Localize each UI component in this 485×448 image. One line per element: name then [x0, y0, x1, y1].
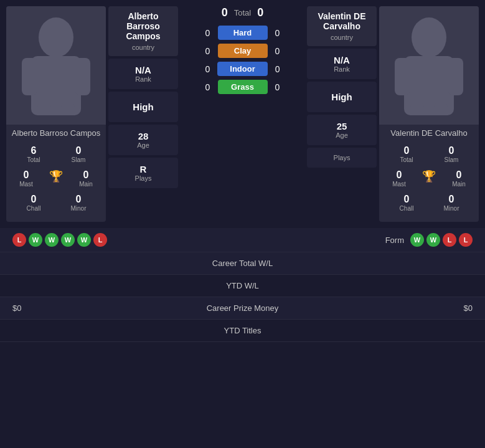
- right-total-stat: 0 Total: [388, 143, 425, 166]
- svg-rect-3: [75, 58, 90, 95]
- left-name-country: Alberto Barroso Campos country: [108, 6, 178, 56]
- form-label: Form: [385, 236, 404, 245]
- right-rank-value: N/A: [313, 55, 370, 65]
- right-stat-row-3: 0 Chall 0 Minor: [384, 191, 474, 214]
- right-name-country: Valentin DE Carvalho country: [307, 6, 377, 46]
- main-container: Alberto Barroso Campos 6 Total 0 Slam: [0, 0, 485, 342]
- right-stat-row-2: 0 Mast 🏆 0 Main: [384, 167, 474, 190]
- right-rank-label: Rank: [313, 65, 370, 73]
- right-form-badges: WWLL: [410, 233, 473, 247]
- total-row: 0 Total 0: [222, 6, 264, 19]
- grass-row: 0 Grass 0: [183, 80, 302, 94]
- surface-rows: 0 Hard 0 0 Clay 0 0 Indoor 0 0 Grass: [183, 26, 302, 94]
- bottom-stat-row-0: Career Total W/L: [0, 252, 485, 275]
- svg-rect-9: [448, 58, 463, 95]
- left-silhouette: [19, 16, 93, 115]
- right-age-value: 25: [313, 121, 370, 131]
- right-photo-img: [379, 6, 479, 125]
- left-form-badges: LWWWWL: [12, 233, 107, 247]
- form-badge: W: [77, 233, 91, 247]
- trophy-icon-right: 🏆: [422, 169, 436, 183]
- right-age-block: 25 Age: [307, 115, 377, 145]
- left-slam-stat: 0 Slam: [60, 143, 97, 166]
- hard-right: 0: [273, 28, 283, 38]
- left-minor-stat: 0 Minor: [60, 191, 97, 214]
- left-age-label: Age: [115, 141, 172, 149]
- left-rank-label: Rank: [115, 75, 172, 83]
- right-stats: 0 Total 0 Slam 0 Mast: [379, 141, 479, 216]
- right-country: country: [312, 34, 372, 41]
- indoor-btn[interactable]: Indoor: [217, 62, 267, 76]
- left-high-block: High: [108, 92, 178, 122]
- form-section: LWWWWL Form WWLL: [0, 228, 485, 252]
- svg-rect-4: [37, 103, 51, 115]
- total-left-score: 0: [222, 6, 228, 19]
- svg-rect-2: [22, 58, 37, 95]
- left-age-value: 28: [115, 131, 172, 141]
- left-full-name: Alberto Barroso Campos: [113, 11, 173, 41]
- right-silhouette: [392, 16, 466, 115]
- left-age-block: 28 Age: [108, 125, 178, 155]
- form-badge: W: [426, 233, 440, 247]
- left-chall-stat: 0 Chall: [15, 191, 52, 214]
- grass-right: 0: [273, 82, 283, 92]
- left-rank-block: N/A Rank: [108, 59, 178, 89]
- svg-point-0: [39, 17, 73, 57]
- bottom-stat-label-1: YTD W/L: [62, 281, 423, 290]
- hard-btn[interactable]: Hard: [218, 26, 268, 40]
- right-high-value: High: [313, 92, 370, 102]
- bottom-rows: Career Total W/LYTD W/L$0Career Prize Mo…: [0, 252, 485, 342]
- left-plays-block: R Plays: [108, 158, 178, 188]
- trophy-icon-left: 🏆: [49, 169, 63, 183]
- clay-row: 0 Clay 0: [183, 44, 302, 58]
- right-rank-block: N/A Rank: [307, 49, 377, 79]
- left-player-photo: Alberto Barroso Campos 6 Total 0 Slam: [0, 0, 106, 228]
- bottom-stat-right-2: $0: [423, 303, 473, 313]
- left-plays-value: R: [115, 164, 172, 174]
- left-plays-label: Plays: [115, 174, 172, 182]
- right-stat-row-1: 0 Total 0 Slam: [384, 143, 474, 166]
- left-stat-row-2: 0 Mast 🏆 0 Main: [11, 167, 101, 190]
- clay-btn[interactable]: Clay: [218, 44, 268, 58]
- hard-left: 0: [203, 28, 213, 38]
- clay-left: 0: [203, 46, 213, 56]
- left-stats: 6 Total 0 Slam 0 Mast: [6, 141, 106, 216]
- left-stat-row-1: 6 Total 0 Slam: [11, 143, 101, 166]
- grass-btn[interactable]: Grass: [218, 80, 268, 94]
- clay-right: 0: [273, 46, 283, 56]
- left-main-stat: 0 Main: [71, 167, 101, 190]
- form-badge: L: [459, 233, 473, 247]
- right-minor-stat: 0 Minor: [433, 191, 470, 214]
- bottom-stat-left-2: $0: [12, 303, 62, 313]
- left-photo-img: [6, 6, 106, 125]
- right-info-panel: Valentin DE Carvalho country N/A Rank Hi…: [304, 0, 379, 228]
- form-badge: L: [12, 233, 26, 247]
- left-photo-box: Alberto Barroso Campos 6 Total 0 Slam: [6, 6, 106, 222]
- form-badge: W: [410, 233, 424, 247]
- bottom-stat-row-2: $0Career Prize Money$0: [0, 297, 485, 320]
- total-label: Total: [234, 8, 251, 17]
- hard-row: 0 Hard 0: [183, 26, 302, 40]
- right-full-name: Valentin DE Carvalho: [312, 11, 372, 31]
- right-age-label: Age: [313, 131, 370, 139]
- left-rank-value: N/A: [115, 65, 172, 75]
- right-trophy: 🏆: [414, 167, 444, 190]
- bottom-stat-label-3: YTD Titles: [62, 326, 423, 335]
- form-badge: L: [443, 233, 456, 247]
- left-player-name: Alberto Barroso Campos: [9, 125, 103, 141]
- svg-point-6: [412, 17, 446, 57]
- right-high-block: High: [307, 82, 377, 112]
- right-player-name: Valentin DE Carvalho: [388, 125, 469, 141]
- indoor-left: 0: [202, 64, 212, 74]
- left-total-stat: 6 Total: [15, 143, 52, 166]
- bottom-stat-label-0: Career Total W/L: [62, 259, 423, 268]
- svg-rect-5: [61, 103, 75, 115]
- left-country: country: [113, 44, 173, 51]
- left-info-panel: Alberto Barroso Campos country N/A Rank …: [106, 0, 181, 228]
- left-stat-row-3: 0 Chall 0 Minor: [11, 191, 101, 214]
- bottom-stat-row-1: YTD W/L: [0, 275, 485, 297]
- form-badge: W: [61, 233, 75, 247]
- svg-rect-11: [434, 103, 448, 115]
- left-high-value: High: [115, 102, 172, 112]
- total-right-score: 0: [257, 6, 263, 19]
